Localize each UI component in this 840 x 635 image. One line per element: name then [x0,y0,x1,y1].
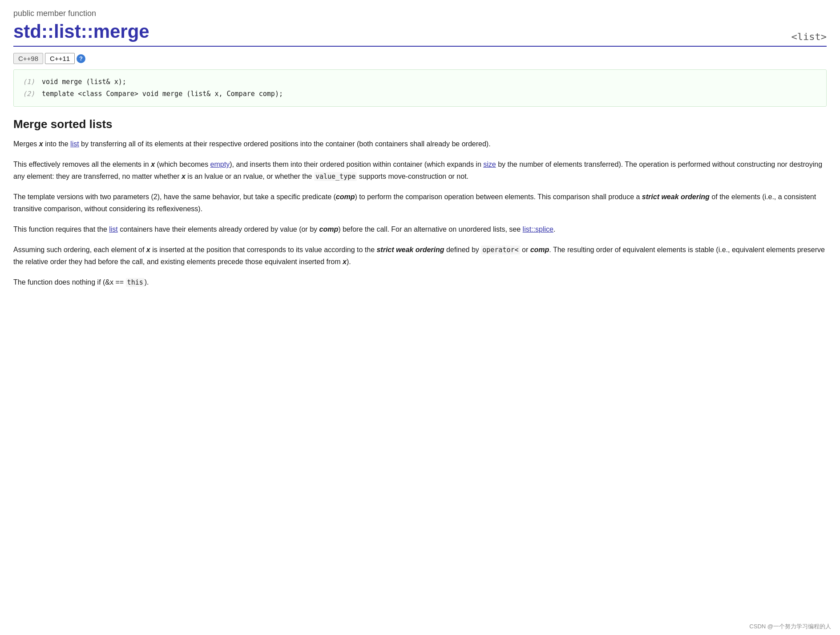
function-name: list::merge [54,21,149,42]
tab-cpp11[interactable]: C++11 [45,53,75,64]
x-ref-1: x [39,140,43,148]
tabs-row: C++98 C++11 ? [13,53,827,64]
paragraph-4: This function requires that the list con… [13,224,827,235]
value-type-code: value_type [314,172,357,181]
title-row: std::list::merge <list> [13,21,827,47]
list-splice-link[interactable]: list::splice [523,225,553,233]
empty-link[interactable]: empty [210,161,230,168]
help-icon[interactable]: ? [77,54,85,63]
public-member-label: public member function [13,9,827,18]
paragraph-1: Merges x into the list by transferring a… [13,138,827,150]
page-title: std::list::merge [13,21,149,42]
strict-weak-ordering-2: strict weak ordering [376,246,444,253]
namespace-prefix: std:: [13,21,54,42]
this-code: this [126,278,145,287]
code-line-1: (1)void merge (list& x); [23,76,817,88]
comp-ref-3: comp [530,246,549,253]
comp-ref-1: comp [336,193,355,201]
list-link-1[interactable]: list [70,140,79,148]
operator-less-code: operator< [481,245,520,254]
code-text-2: template <class Compare> void merge (lis… [42,90,283,98]
code-line-2: (2)template <class Compare> void merge (… [23,88,817,100]
line-num-2: (2) [23,90,35,98]
header-tag: <list> [792,31,827,42]
code-text-1: void merge (list& x); [42,78,126,86]
paragraph-2: This effectively removes all the element… [13,159,827,182]
section-title: Merge sorted lists [13,117,827,131]
x-ref-5: x [343,258,347,265]
x-ref-2: x [151,161,155,168]
size-link[interactable]: size [483,161,496,168]
comp-ref-2: comp [319,225,338,233]
x-ref-4: x [146,246,150,253]
line-num-1: (1) [23,78,35,86]
code-block: (1)void merge (list& x); (2)template <cl… [13,69,827,107]
paragraph-3: The template versions with two parameter… [13,191,827,215]
strict-weak-ordering: strict weak ordering [642,193,710,201]
paragraph-5: Assuming such ordering, each element of … [13,244,827,268]
tab-cpp98[interactable]: C++98 [13,53,43,64]
paragraph-6: The function does nothing if (&x == this… [13,277,827,288]
list-link-2[interactable]: list [109,225,118,233]
x-ref-3: x [182,173,186,180]
